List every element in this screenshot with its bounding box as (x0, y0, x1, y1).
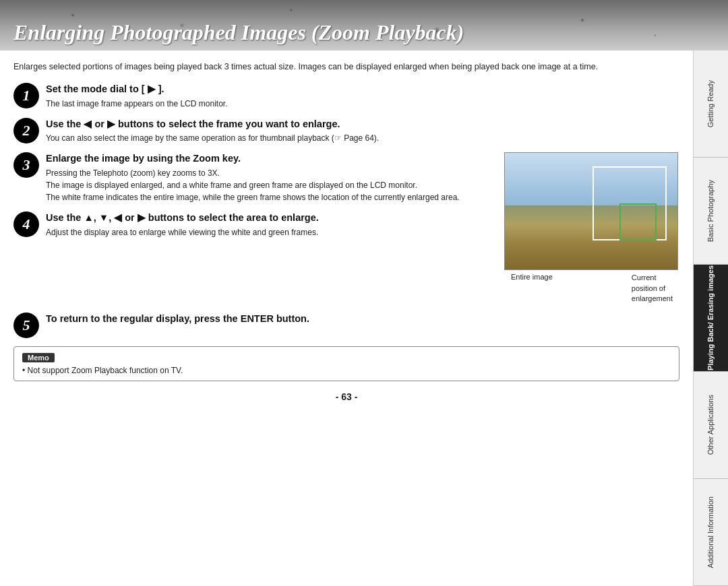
label-entire-image: Entire image (511, 273, 553, 304)
step-2-content: Use the ◀ or ▶ buttons to select the fra… (46, 118, 679, 145)
sidebar: Getting Ready Basic Photography Playing … (693, 51, 728, 586)
step-3-desc-1: The image is displayed enlarged, and a w… (46, 179, 497, 191)
step-3: 3 Enlarge the image by using the Zoom ke… (13, 152, 497, 203)
sidebar-tab-applications-inner: Other Applications (706, 395, 715, 455)
zoom-image-area: Entire image Current position of enlarge… (504, 152, 679, 304)
sidebar-tab-applications[interactable]: Other Applications (694, 372, 728, 479)
step-1-number: 1 (13, 83, 39, 108)
steps-image-area: 3 Enlarge the image by using the Zoom ke… (13, 152, 679, 304)
green-frame (619, 203, 657, 240)
sidebar-tab-playing-back-label: Playing Back/ Erasing images (706, 265, 715, 370)
label-current-position: Current position of enlargement (632, 273, 673, 304)
step-5-content: To return to the regular display, press … (46, 313, 679, 327)
steps-left: 3 Enlarge the image by using the Zoom ke… (13, 152, 497, 304)
sidebar-tab-additional-info[interactable]: Additional Information (694, 479, 728, 586)
page-title: Enlarging Photographed Images (Zoom Play… (13, 20, 464, 45)
sidebar-tab-photography-inner: Basic Photography (706, 180, 715, 242)
step-4-desc-0: Adjust the display area to enlarge while… (46, 226, 497, 238)
sidebar-tab-additional-info-inner: Additional Information (706, 496, 715, 568)
memo-label: Memo (22, 353, 55, 362)
sidebar-tab-getting-ready-label: Getting Ready (706, 80, 715, 127)
step-3-desc-2: The white frame indicates the entire ima… (46, 191, 497, 203)
step-5-title: To return to the regular display, press … (46, 313, 679, 325)
step-1-content: Set the mode dial to [ ▶ ]. The last ima… (46, 83, 679, 110)
content-area: Enlarges selected portions of images bei… (0, 51, 693, 586)
sidebar-tab-applications-label: Other Applications (706, 395, 715, 455)
step-2: 2 Use the ◀ or ▶ buttons to select the f… (13, 118, 679, 145)
sidebar-tab-playing-back-inner: Playing Back/ Erasing images (706, 265, 715, 370)
intro-paragraph: Enlarges selected portions of images bei… (13, 61, 679, 73)
step-2-number: 2 (13, 118, 39, 143)
memo-content: • Not support Zoom Playback function on … (22, 366, 671, 375)
step-4-title: Use the ▲, ▼, ◀ or ▶ buttons to select t… (46, 211, 497, 224)
step-3-title: Enlarge the image by using the Zoom key. (46, 152, 497, 165)
step-1: 1 Set the mode dial to [ ▶ ]. The last i… (13, 83, 679, 110)
step-1-desc-0: The last image frame appears on the LCD … (46, 98, 679, 110)
step-3-number: 3 (13, 152, 39, 178)
step-4-content: Use the ▲, ▼, ◀ or ▶ buttons to select t… (46, 211, 497, 238)
page-number: - 63 - (13, 391, 679, 402)
step-3-desc-0: Pressing the Telephoto (zoom) key zooms … (46, 167, 497, 179)
main-wrapper: Enlarges selected portions of images bei… (0, 51, 728, 586)
sidebar-tab-photography-label: Basic Photography (706, 180, 715, 242)
camera-preview (504, 152, 678, 270)
page-header: Enlarging Photographed Images (Zoom Play… (0, 0, 728, 51)
image-labels: Entire image Current position of enlarge… (504, 273, 679, 304)
step-5: 5 To return to the regular display, pres… (13, 313, 679, 338)
sidebar-tab-getting-ready-inner: Getting Ready (706, 80, 715, 127)
step-4: 4 Use the ▲, ▼, ◀ or ▶ buttons to select… (13, 211, 497, 238)
step-5-number: 5 (13, 313, 39, 338)
step-2-title: Use the ◀ or ▶ buttons to select the fra… (46, 118, 679, 131)
step-4-number: 4 (13, 211, 39, 237)
sidebar-tab-playing-back[interactable]: Playing Back/ Erasing images (694, 265, 728, 372)
sidebar-tab-getting-ready[interactable]: Getting Ready (694, 51, 728, 158)
sidebar-tab-photography[interactable]: Basic Photography (694, 158, 728, 265)
step-2-desc-0: You can also select the image by the sam… (46, 132, 679, 144)
step-3-content: Enlarge the image by using the Zoom key.… (46, 152, 497, 203)
sidebar-tab-additional-info-label: Additional Information (706, 496, 715, 568)
step-1-title: Set the mode dial to [ ▶ ]. (46, 83, 679, 96)
memo-box: Memo • Not support Zoom Playback functio… (13, 346, 679, 381)
